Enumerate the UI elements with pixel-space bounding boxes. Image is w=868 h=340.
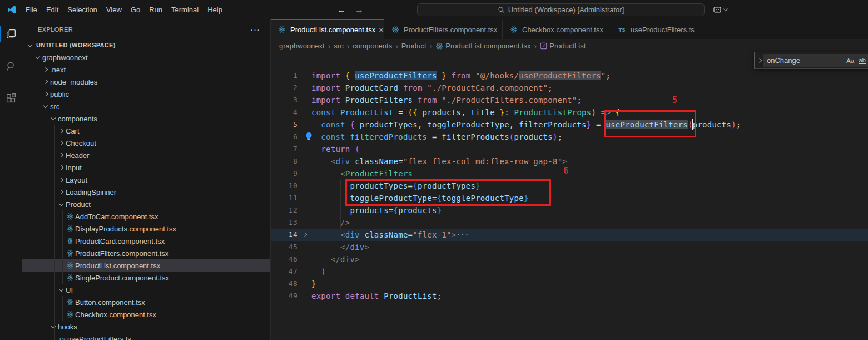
code-line-13[interactable]: 13 />	[271, 216, 868, 229]
tree-item-DisplayProducts.component.tsx[interactable]: DisplayProducts.component.tsx	[22, 223, 270, 235]
back-arrow-icon[interactable]: ←	[337, 5, 346, 15]
find-toggle-icon[interactable]	[756, 59, 763, 62]
tree-item-label: ProductFilters.component.tsx	[75, 249, 168, 258]
tree-item-node_modules[interactable]: node_modules	[22, 76, 270, 88]
menu-item-terminal[interactable]: Terminal	[167, 4, 203, 16]
tree-item-Product[interactable]: Product	[22, 198, 270, 210]
find-input[interactable]: onChange Aa ab	[763, 54, 868, 67]
tree-item-AddToCart.component.tsx[interactable]: AddToCart.component.tsx	[22, 210, 270, 223]
code-line-48[interactable]: 48}	[271, 278, 868, 290]
tree-indent-guide	[62, 210, 63, 284]
menu-item-go[interactable]: Go	[126, 4, 145, 16]
whole-word-icon[interactable]: ab	[859, 57, 866, 64]
code-line-4[interactable]: 4const ProductList = ({ products, title …	[271, 106, 868, 119]
extensions-icon[interactable]	[0, 88, 22, 109]
code-text: <ProductFilters	[311, 167, 413, 180]
breadcrumb-separator: ›	[430, 42, 433, 51]
code-line-14[interactable]: 14 <div className="flex-1">···	[271, 229, 868, 241]
command-center[interactable]: Untitled (Workspace) [Administrator]	[417, 3, 705, 16]
fold-chevron-icon[interactable]	[297, 233, 311, 236]
tab-label: ProductList.component.tsx	[290, 26, 375, 34]
tree-item-LoadingSpinner[interactable]: LoadingSpinner	[22, 186, 270, 198]
breadcrumb-item-graphwoonext[interactable]: graphwoonext	[279, 42, 325, 50]
command-center-label: Untitled (Workspace) [Administrator]	[508, 6, 624, 14]
chevron-right-icon	[57, 178, 66, 181]
match-case-icon[interactable]: Aa	[846, 57, 854, 64]
tree-item-Header[interactable]: Header	[22, 149, 270, 161]
code-text: const ProductList = ({ products, title }…	[311, 106, 621, 119]
tree-item-.next[interactable]: .next	[22, 63, 270, 76]
code-line-45[interactable]: 45 </div>	[271, 241, 868, 253]
tree-item-hooks[interactable]: hooks	[22, 321, 270, 333]
tree-item-src[interactable]: src	[22, 100, 270, 112]
explorer-sidebar: EXPLORER ··· UNTITLED (WORKSPACE) graphw…	[22, 19, 271, 340]
line-number: 14	[271, 229, 297, 241]
menu-item-run[interactable]: Run	[145, 4, 167, 16]
menu-item-view[interactable]: View	[102, 4, 126, 16]
tab-Checkbox.component.tsx[interactable]: Checkbox.component.tsx	[503, 19, 611, 39]
code-text: import ProductFilters from "./ProductFil…	[311, 94, 582, 106]
tree-item-label: Header	[66, 151, 90, 160]
tree-item-SingleProduct.component.tsx[interactable]: SingleProduct.component.tsx	[22, 272, 270, 284]
explorer-icon[interactable]	[0, 24, 22, 44]
layout-control[interactable]	[713, 5, 727, 14]
tree-item-label: ProductList.component.tsx	[75, 262, 160, 270]
tree-item-Checkout[interactable]: Checkout	[22, 137, 270, 149]
tree-item-Button.component.tsx[interactable]: Button.component.tsx	[22, 296, 270, 308]
more-actions-icon[interactable]: ···	[250, 24, 260, 34]
symbol-icon: f	[540, 42, 547, 50]
tree-item-label: Checkout	[66, 139, 96, 147]
react-file-icon	[435, 42, 443, 50]
workspace-root-row[interactable]: UNTITLED (WORKSPACE)	[22, 39, 270, 51]
breadcrumb-item-ProductList.component.tsx[interactable]: ProductList.component.tsx	[435, 42, 530, 50]
tab-useProductFilters.ts[interactable]: TSuseProductFilters.ts	[611, 19, 723, 39]
menu-item-edit[interactable]: Edit	[42, 4, 63, 16]
tab-ProductFilters.component.tsx[interactable]: ProductFilters.component.tsx	[384, 19, 503, 39]
lightbulb-icon[interactable]	[305, 132, 313, 141]
tree-item-Input[interactable]: Input	[22, 161, 270, 174]
tree-item-UI[interactable]: UI	[22, 284, 270, 296]
menu-item-selection[interactable]: Selection	[63, 4, 101, 16]
code-line-46[interactable]: 46 </div>	[271, 253, 868, 265]
breadcrumb-item-ProductList[interactable]: fProductList	[540, 42, 586, 50]
tree-item-useProductFilters.ts[interactable]: TSuseProductFilters.ts	[22, 333, 270, 340]
code-line-49[interactable]: 49export default ProductList;	[271, 290, 868, 302]
tree-item-label: SingleProduct.component.tsx	[75, 274, 169, 282]
code-line-5[interactable]: 5 const { productTypes, toggleProductTyp…	[271, 119, 868, 131]
code-line-1[interactable]: 1import { useProductFilters } from "@/ho…	[271, 70, 868, 82]
tree-item-ProductList.component.tsx[interactable]: ProductList.component.tsx	[22, 259, 270, 272]
code-line-8[interactable]: 8 <div className="flex flex-col md:flex-…	[271, 155, 868, 167]
code-line-3[interactable]: 3import ProductFilters from "./ProductFi…	[271, 94, 868, 106]
code-line-12[interactable]: 12 products={products}	[271, 204, 868, 216]
forward-arrow-icon[interactable]: →	[355, 5, 364, 15]
code-line-6[interactable]: 6 const filteredProducts = filterProduct…	[271, 131, 868, 143]
tab-label: useProductFilters.ts	[631, 26, 695, 34]
chevron-right-icon	[57, 141, 66, 145]
tree-item-Checkbox.component.tsx[interactable]: Checkbox.component.tsx	[22, 308, 270, 321]
breadcrumb-label: components	[353, 42, 392, 50]
close-icon[interactable]: ×	[379, 25, 384, 35]
tree-item-graphwoonext[interactable]: graphwoonext	[22, 51, 270, 63]
code-line-7[interactable]: 7 return (	[271, 143, 868, 155]
code-line-9[interactable]: 9 <ProductFilters	[271, 167, 868, 180]
code-line-47[interactable]: 47 )	[271, 265, 868, 278]
react-file-icon	[65, 225, 75, 233]
tree-item-Layout[interactable]: Layout	[22, 174, 270, 186]
code-area[interactable]: 1import { useProductFilters } from "@/ho…	[271, 53, 868, 302]
tree-item-components[interactable]: components	[22, 112, 270, 125]
tree-item-label: Button.component.tsx	[75, 298, 145, 307]
breadcrumb-item-components[interactable]: components	[353, 42, 392, 50]
menu-item-help[interactable]: Help	[203, 4, 227, 16]
menu-item-file[interactable]: File	[21, 4, 42, 16]
code-line-2[interactable]: 2import ProductCard from "./ProductCard.…	[271, 82, 868, 94]
tree-item-ProductFilters.component.tsx[interactable]: ProductFilters.component.tsx	[22, 247, 270, 259]
tree-item-Cart[interactable]: Cart	[22, 125, 270, 137]
tab-bar-empty	[723, 19, 868, 39]
tree-item-public[interactable]: public	[22, 88, 270, 100]
tree-item-ProductCard.component.tsx[interactable]: ProductCard.component.tsx	[22, 235, 270, 247]
search-icon[interactable]	[0, 56, 22, 76]
code-text: export default ProductList;	[311, 290, 442, 302]
breadcrumb-item-src[interactable]: src	[334, 42, 343, 50]
breadcrumb-item-Product[interactable]: Product	[401, 42, 426, 50]
tab-ProductList.component.tsx[interactable]: ProductList.component.tsx×	[271, 19, 384, 39]
